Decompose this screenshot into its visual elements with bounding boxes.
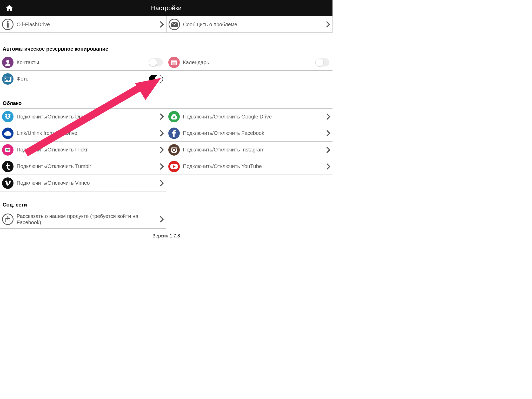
top-row: О i-FlashDrive Сообщить о проблеме [0,16,332,33]
cloud-instagram-row[interactable]: Подключить/Отключить Instagram [166,142,332,158]
chevron-right-icon [326,163,330,170]
cloud-flickr-row[interactable]: Подключить/Отключить Flickr [0,142,166,158]
share-icon [2,214,14,225]
social-share-label: Рассказать о нашем продукте (требуется в… [17,213,160,225]
cloud-onedrive-label: Link/Unlink from OneDrive [17,130,160,136]
cloud-youtube-row[interactable]: Подключить/Отключить YouTube [166,158,332,175]
chevron-right-icon [160,216,164,223]
report-row[interactable]: Сообщить о проблеме [166,16,333,33]
svg-rect-1 [7,23,9,28]
chevron-right-icon [160,130,164,137]
svg-point-13 [6,149,8,151]
cloud-tumblr-row[interactable]: Подключить/Отключить Tumblr [0,158,166,175]
info-icon [2,19,14,30]
cloud-youtube-label: Подключить/Отключить YouTube [183,163,326,169]
home-icon [5,4,14,12]
home-button[interactable] [5,4,14,12]
photo-icon [2,73,14,85]
cloud-facebook-row[interactable]: Подключить/Отключить Facebook [166,125,332,142]
chevron-right-icon [326,21,330,28]
about-row[interactable]: О i-FlashDrive [0,16,166,33]
section-social-title: Соц. сети [0,202,332,210]
section-cloud-title: Облако [0,100,332,108]
page-title: Настройки [0,4,332,12]
chevron-right-icon [326,147,330,153]
chevron-right-icon [160,163,164,170]
svg-point-18 [175,148,176,149]
backup-grid: Контакты Фото Календарь [0,54,332,87]
facebook-icon [168,128,180,139]
chevron-right-icon [326,113,330,120]
chevron-right-icon [160,113,164,120]
cloud-flickr-label: Подключить/Отключить Flickr [17,147,160,153]
cloud-instagram-label: Подключить/Отключить Instagram [183,147,326,153]
svg-point-0 [7,21,9,23]
backup-contacts-row: Контакты [0,54,166,71]
backup-calendar-row: Календарь [166,54,332,71]
contacts-icon [2,57,14,68]
backup-contacts-toggle[interactable] [149,58,163,66]
youtube-icon [168,161,180,172]
svg-point-3 [6,60,9,63]
tumblr-icon [2,161,14,172]
backup-calendar-label: Календарь [183,59,315,65]
cloud-tumblr-label: Подключить/Отключить Tumblr [17,163,160,169]
backup-photo-label: Фото [17,76,149,82]
chevron-right-icon [160,147,164,153]
flickr-icon [2,144,14,156]
app-header: Настройки [0,0,332,16]
cloud-dropbox-row[interactable]: Подключить/Отключить Dropbox [0,108,166,125]
onedrive-icon [2,128,14,139]
cloud-dropbox-label: Подключить/Отключить Dropbox [17,114,160,120]
vimeo-icon [2,177,14,189]
svg-rect-8 [171,60,177,61]
cloud-onedrive-row[interactable]: Link/Unlink from OneDrive [0,125,166,142]
social-share-row[interactable]: Рассказать о нашем продукте (требуется в… [0,210,166,229]
cloud-vimeo-label: Подключить/Отключить Vimeo [17,180,160,186]
cloud-grid: Подключить/Отключить Dropbox Link/Unlink… [0,108,332,191]
backup-photo-toggle[interactable] [149,75,163,83]
cloud-facebook-label: Подключить/Отключить Facebook [183,130,326,136]
svg-point-14 [8,149,10,151]
backup-contacts-label: Контакты [17,59,149,65]
backup-calendar-toggle[interactable] [315,58,329,66]
cloud-gdrive-label: Подключить/Отключить Google Drive [183,114,326,120]
section-backup-title: Автоматическое резервное копирование [0,46,332,54]
svg-point-6 [5,78,6,79]
backup-photo-row: Фото [0,71,166,87]
calendar-icon [168,57,180,68]
cloud-vimeo-row[interactable]: Подключить/Отключить Vimeo [0,175,166,191]
googledrive-icon [168,111,180,122]
instagram-icon [168,144,180,156]
chevron-right-icon [160,180,164,187]
report-label: Сообщить о проблеме [183,22,326,28]
cloud-gdrive-row[interactable]: Подключить/Отключить Google Drive [166,108,332,125]
chevron-right-icon [160,21,164,28]
dropbox-icon [2,111,14,122]
chevron-right-icon [326,130,330,137]
about-label: О i-FlashDrive [17,22,160,28]
mail-icon [169,19,180,30]
version-label: Версия 1.7.8 [0,233,332,239]
